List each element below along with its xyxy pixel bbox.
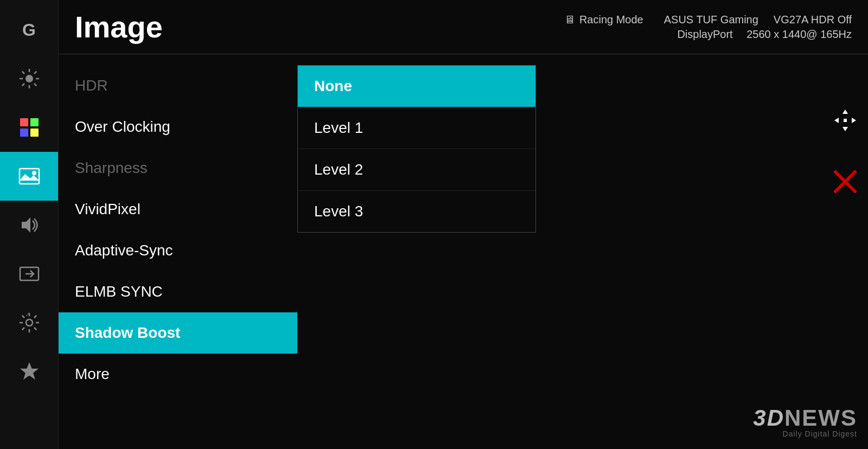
right-controls	[833, 108, 857, 199]
svg-marker-22	[852, 118, 856, 123]
sidebar-item-logo[interactable]: G	[0, 5, 58, 54]
device-brand: ASUS TUF Gaming	[664, 14, 758, 26]
brightness-icon	[18, 68, 40, 89]
logo-icon: G	[22, 20, 36, 40]
svg-point-17	[26, 319, 33, 326]
sidebar-item-favorites[interactable]	[0, 347, 58, 396]
svg-marker-18	[20, 362, 39, 380]
header-info: 🖥 Racing Mode ASUS TUF Gaming VG27A HDR …	[564, 14, 852, 41]
svg-rect-10	[30, 118, 39, 126]
sidebar-item-input[interactable]	[0, 249, 58, 298]
sidebar-item-sound[interactable]	[0, 201, 58, 249]
sidebar-item-color[interactable]	[0, 103, 58, 152]
watermark: 3DNEWS Daily Digital Digest	[753, 407, 857, 438]
menu-item-adaptive-sync[interactable]: Adaptive-Sync	[59, 230, 297, 271]
menu-item-shadow-boost[interactable]: Shadow Boost	[59, 312, 297, 354]
svg-marker-15	[22, 217, 30, 233]
menu-item-hdr[interactable]: HDR	[59, 65, 297, 106]
svg-line-7	[34, 72, 36, 74]
sidebar-item-settings[interactable]	[0, 298, 58, 347]
sidebar-item-image[interactable]	[0, 152, 58, 201]
main-content: HDR Over Clocking Sharpness VividPixel A…	[59, 54, 868, 449]
page-title: Image	[75, 9, 163, 44]
star-icon	[18, 361, 40, 382]
dropdown-item-level1[interactable]: Level 1	[298, 107, 535, 149]
watermark-main: 3DNEWS	[753, 407, 857, 429]
watermark-sub: Daily Digital Digest	[753, 429, 857, 438]
input-icon	[18, 263, 40, 285]
input-mode-label: Racing Mode	[579, 14, 643, 26]
svg-point-14	[32, 171, 36, 175]
device-model: VG27A HDR Off	[774, 14, 852, 26]
menu-item-sharpness[interactable]: Sharpness	[59, 147, 297, 189]
svg-marker-20	[843, 127, 848, 131]
resolution-label: 2560 x 1440@ 165Hz	[746, 28, 852, 40]
svg-rect-12	[30, 129, 39, 137]
dropdown-item-level3[interactable]: Level 3	[298, 191, 535, 232]
close-icon[interactable]	[833, 170, 857, 199]
dropdown-panel: None Level 1 Level 2 Level 3	[297, 65, 536, 233]
svg-marker-19	[843, 110, 848, 114]
connection-label: DisplayPort	[677, 28, 732, 40]
menu-item-overclocking[interactable]: Over Clocking	[59, 106, 297, 147]
sidebar: G	[0, 0, 59, 449]
svg-rect-11	[20, 129, 28, 137]
sidebar-item-brightness[interactable]	[0, 54, 58, 103]
menu-item-vividpixel[interactable]: VividPixel	[59, 189, 297, 230]
svg-rect-23	[844, 119, 847, 122]
settings-icon	[18, 312, 40, 333]
svg-marker-21	[834, 118, 839, 123]
image-icon	[18, 165, 40, 187]
header-mode-row: 🖥 Racing Mode ASUS TUF Gaming VG27A HDR …	[564, 14, 852, 26]
sound-icon	[18, 214, 40, 236]
menu-item-elmb-sync[interactable]: ELMB SYNC	[59, 271, 297, 312]
color-icon	[18, 117, 40, 138]
svg-line-5	[22, 72, 24, 74]
svg-line-8	[22, 84, 24, 86]
move-icon[interactable]	[833, 108, 857, 137]
svg-rect-13	[20, 169, 39, 184]
svg-point-0	[25, 75, 33, 82]
dropdown-item-none[interactable]: None	[298, 66, 535, 107]
svg-line-6	[34, 84, 36, 86]
svg-rect-9	[20, 118, 28, 126]
dropdown-item-level2[interactable]: Level 2	[298, 149, 535, 191]
header-connection-row: DisplayPort 2560 x 1440@ 165Hz	[661, 28, 852, 41]
header: Image 🖥 Racing Mode ASUS TUF Gaming VG27…	[59, 0, 868, 54]
menu-list: HDR Over Clocking Sharpness VividPixel A…	[59, 54, 297, 449]
monitor-icon: 🖥	[564, 14, 575, 26]
menu-item-more[interactable]: More	[59, 354, 297, 395]
